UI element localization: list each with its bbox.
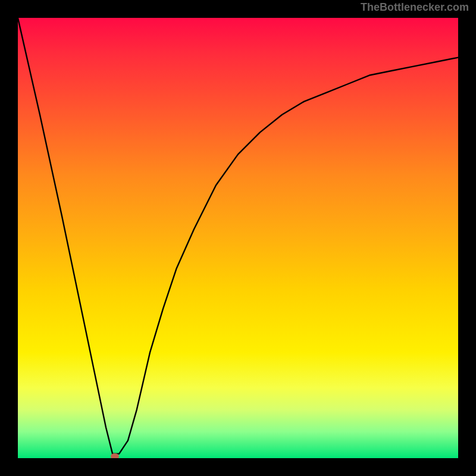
chart-root: TheBottlenecker.com [0, 0, 476, 476]
source-watermark: TheBottlenecker.com [361, 1, 469, 14]
plot-area [18, 18, 458, 458]
optimal-point-marker [111, 453, 119, 458]
bottleneck-curve [18, 18, 458, 458]
